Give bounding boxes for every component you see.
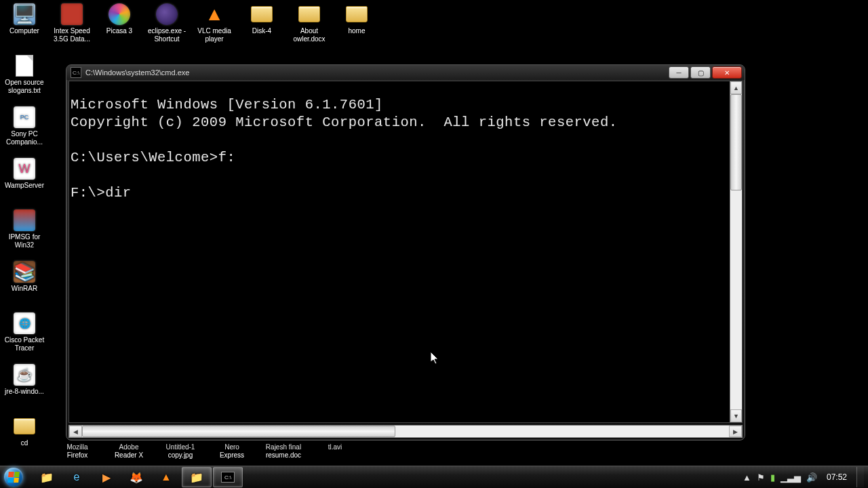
folder-icon: 📁 <box>190 471 203 484</box>
cmd-window: C:\ C:\Windows\system32\cmd.exe ─ ▢ ✕ Mi… <box>66 64 745 441</box>
close-button[interactable]: ✕ <box>712 66 742 79</box>
desktop-icon-label: jre-8-windo... <box>5 388 44 396</box>
folder-icon: 📁 <box>40 471 54 484</box>
desktop-icon[interactable]: Intex Speed 3.5G Data... <box>49 3 95 43</box>
scroll-left-button[interactable]: ◀ <box>69 426 82 437</box>
network-icon[interactable]: ▁▃▅ <box>781 472 801 483</box>
file-icon <box>13 54 36 77</box>
desktop-icon-label: Picasa 3 <box>106 27 132 35</box>
desktop-icon-label[interactable]: Mozilla Firefox <box>57 443 98 460</box>
cmd-icon: C:\ <box>221 472 235 483</box>
desktop-icon[interactable]: 🌐Cisco Packet Tracer <box>1 312 47 352</box>
desktop-icon-label: Intex Speed 3.5G Data... <box>49 27 95 43</box>
scroll-track-h[interactable] <box>82 426 729 437</box>
minimize-button[interactable]: ─ <box>669 66 689 79</box>
desktop-icon-label[interactable]: tl.avi <box>315 443 355 460</box>
desktop-icon-label: Open source slogans.txt <box>1 79 47 95</box>
scroll-up-button[interactable]: ▲ <box>730 81 742 94</box>
taskbar-explorer-window[interactable]: 📁 <box>182 467 212 487</box>
desktop-icon[interactable]: About owler.docx <box>286 3 332 43</box>
taskbar-firefox[interactable]: 🦊 <box>122 468 151 487</box>
taskbar-wmp[interactable]: ▶ <box>92 468 121 487</box>
cmd-output[interactable]: Microsoft Windows [Version 6.1.7601] Cop… <box>69 96 730 409</box>
desktop-icon-label: cd <box>21 439 28 447</box>
desktop-icon[interactable]: home <box>334 3 380 35</box>
computer-icon: 🖥️ <box>13 3 36 26</box>
taskbar-explorer[interactable]: 📁 <box>33 468 61 487</box>
desktop-bottom-row-labels: Mozilla FirefoxAdobe Reader XUntitled-1 … <box>57 443 355 460</box>
show-desktop-button[interactable] <box>856 467 864 487</box>
scroll-track-v[interactable] <box>730 94 742 409</box>
intex-icon <box>60 3 83 26</box>
winrar-icon: 📚 <box>13 260 36 283</box>
sony-icon: PC <box>13 106 36 129</box>
eclipse-icon <box>155 3 178 26</box>
horizontal-scrollbar[interactable]: ◀ ▶ <box>68 425 743 438</box>
desktop-icon-label[interactable]: Untitled-1 copy.jpg <box>160 443 201 460</box>
desktop-icon-label[interactable]: Adobe Reader X <box>108 443 149 460</box>
picasa-icon <box>108 3 131 26</box>
ie-icon: e <box>74 471 80 483</box>
folder-icon <box>13 415 36 438</box>
java-icon: ☕ <box>13 363 36 386</box>
desktop-icon[interactable]: Open source slogans.txt <box>1 54 47 95</box>
taskbar-pinned: 📁 e ▶ 🦊 ▲ 📁 C:\ <box>33 467 243 487</box>
desktop-icon-label: IPMSG for Win32 <box>1 233 47 249</box>
scroll-thumb-v[interactable] <box>730 94 742 190</box>
cmd-title: C:\Windows\system32\cmd.exe <box>85 68 189 77</box>
desktop-icon[interactable]: cd <box>1 415 47 447</box>
cmd-titlebar[interactable]: C:\ C:\Windows\system32\cmd.exe ─ ▢ ✕ <box>66 65 745 80</box>
start-button[interactable] <box>0 466 27 488</box>
desktop-icon-label: Sony PC Companio... <box>1 130 47 146</box>
action-center-icon[interactable]: ⚑ <box>757 472 765 483</box>
desktop-icon[interactable]: 🖥️Computer <box>1 3 47 35</box>
system-tray: ▲ ⚑ ▮ ▁▃▅ 🔊 07:52 <box>743 467 868 487</box>
desktop-icon-label[interactable]: Nero Express <box>212 443 252 460</box>
folder-icon <box>250 3 273 26</box>
desktop-icon[interactable]: ▲VLC media player <box>191 3 237 43</box>
desktop-icon-label: WinRAR <box>12 285 37 293</box>
taskbar-clock[interactable]: 07:52 <box>823 472 851 482</box>
desktop-icon-label: WampServer <box>5 182 44 190</box>
cisco-icon: 🌐 <box>13 312 36 335</box>
taskbar-ie[interactable]: e <box>62 468 91 487</box>
folder-icon <box>345 3 368 26</box>
desktop-icon-label: About owler.docx <box>286 27 332 43</box>
desktop-icon[interactable]: IPMSG for Win32 <box>1 209 47 249</box>
wamp-icon: W <box>13 157 36 180</box>
cmd-icon: C:\ <box>71 67 81 78</box>
desktop-icon-label: Computer <box>9 27 39 35</box>
windows-logo-icon <box>7 472 20 483</box>
scroll-right-button[interactable]: ▶ <box>729 426 742 437</box>
desktop-icon[interactable]: Picasa 3 <box>96 3 142 35</box>
media-icon: ▶ <box>102 471 111 484</box>
taskbar-vlc[interactable]: ▲ <box>152 468 180 487</box>
desktop-icon-label: Cisco Packet Tracer <box>1 336 47 352</box>
desktop-icon[interactable]: ☕jre-8-windo... <box>1 363 47 396</box>
scroll-down-button[interactable]: ▼ <box>730 409 742 422</box>
show-hidden-icons[interactable]: ▲ <box>743 472 751 483</box>
vlc-icon: ▲ <box>203 3 226 26</box>
firefox-icon: 🦊 <box>130 471 143 484</box>
desktop-icon-label[interactable]: Rajesh final resume.doc <box>263 443 304 460</box>
desktop-icon-label: eclipse.exe - Shortcut <box>144 27 190 43</box>
vlc-icon: ▲ <box>161 471 172 483</box>
scroll-thumb-h[interactable] <box>82 426 395 437</box>
folder-icon <box>298 3 321 26</box>
cmd-client-area: Microsoft Windows [Version 6.1.7601] Cop… <box>68 81 743 423</box>
desktop-icon-label: Disk-4 <box>252 27 271 35</box>
volume-icon[interactable]: 🔊 <box>806 472 817 483</box>
desktop-icon[interactable]: WWampServer <box>1 157 47 190</box>
vertical-scrollbar[interactable]: ▲ ▼ <box>730 81 742 422</box>
desktop-icon[interactable]: PCSony PC Companio... <box>1 106 47 146</box>
desktop-icon[interactable]: 📚WinRAR <box>1 260 47 293</box>
desktop-icon-label: VLC media player <box>191 27 237 43</box>
desktop-icon-label: home <box>348 27 365 35</box>
maximize-button[interactable]: ▢ <box>690 66 711 79</box>
taskbar: 📁 e ▶ 🦊 ▲ 📁 C:\ ▲ ⚑ ▮ ▁▃▅ 🔊 07:52 <box>0 466 868 488</box>
desktop-icon[interactable]: eclipse.exe - Shortcut <box>144 3 190 43</box>
ipmsg-icon <box>13 209 36 232</box>
battery-icon[interactable]: ▮ <box>770 472 775 483</box>
desktop-icon[interactable]: Disk-4 <box>239 3 285 35</box>
taskbar-cmd-window[interactable]: C:\ <box>213 467 243 487</box>
